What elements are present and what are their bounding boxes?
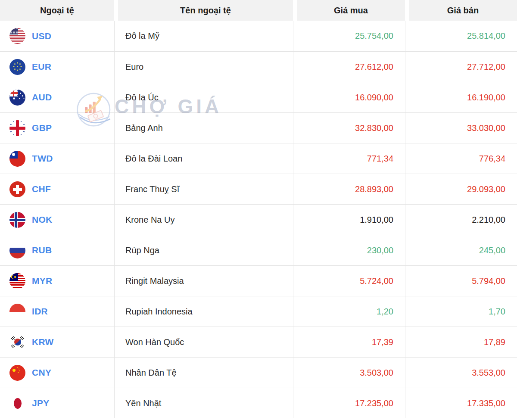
currency-code-cell: RUB (0, 235, 114, 265)
eur-flag-icon (9, 59, 25, 75)
currency-code-cell: USD (0, 21, 114, 51)
exchange-rate-screen: Ngoại tệ Tên ngoại tệ Giá mua Giá bán US… (0, 0, 517, 420)
currency-code-cell: CNY (0, 357, 114, 388)
sell-price: 17.335,00 (405, 388, 517, 418)
table-row: MYR Ringit Malaysia 5.724,00 5.794,00 (0, 265, 517, 296)
sell-price: 776,34 (405, 143, 517, 174)
currency-name: Franc Thuỵ Sĩ (114, 174, 293, 204)
currency-code-link[interactable]: NOK (32, 215, 53, 225)
nok-flag-icon (9, 212, 25, 228)
twd-flag-icon (9, 151, 25, 167)
currency-name: Euro (114, 51, 293, 82)
exchange-rate-table: Ngoại tệ Tên ngoại tệ Giá mua Giá bán US… (0, 0, 517, 418)
col-header-currency: Ngoại tệ (0, 0, 114, 21)
currency-name: Rúp Nga (114, 235, 293, 265)
krw-flag-icon (9, 334, 25, 350)
table-row: GBP Bảng Anh 32.830,00 33.030,00 (0, 112, 517, 143)
table-row: CHF Franc Thuỵ Sĩ 28.893,00 29.093,00 (0, 174, 517, 204)
currency-code-link[interactable]: AUD (32, 92, 52, 103)
col-header-buy-price: Giá mua (293, 0, 405, 21)
buy-price: 1.910,00 (293, 204, 405, 235)
table-row: EUR Euro 27.612,00 27.712,00 (0, 51, 517, 82)
currency-code-link[interactable]: USD (32, 31, 51, 41)
sell-price: 33.030,00 (405, 112, 517, 143)
jpy-flag-icon (9, 395, 25, 411)
table-row: RUB Rúp Nga 230,00 245,00 (0, 235, 517, 265)
currency-name: Yên Nhật (114, 388, 293, 418)
currency-code-link[interactable]: IDR (32, 306, 48, 317)
sell-price: 29.093,00 (405, 174, 517, 204)
buy-price: 32.830,00 (293, 112, 405, 143)
currency-code-cell: NOK (0, 204, 114, 235)
table-row: IDR Rupiah Indonesia 1,20 1,70 (0, 296, 517, 327)
buy-price: 28.893,00 (293, 174, 405, 204)
sell-price: 5.794,00 (405, 265, 517, 296)
currency-code-link[interactable]: RUB (32, 245, 52, 255)
currency-code-cell: IDR (0, 296, 114, 327)
table-row: AUD Đô la Úc 16.090,00 16.190,00 (0, 82, 517, 112)
currency-code-cell: TWD (0, 143, 114, 174)
table-row: KRW Won Hàn Quốc 17,39 17,89 (0, 327, 517, 357)
gbp-flag-icon (9, 120, 25, 136)
currency-code-cell: KRW (0, 327, 114, 357)
currency-name: Krone Na Uy (114, 204, 293, 235)
sell-price: 1,70 (405, 296, 517, 327)
sell-price: 245,00 (405, 235, 517, 265)
currency-code-link[interactable]: TWD (32, 153, 53, 164)
currency-name: Đô la Đài Loan (114, 143, 293, 174)
buy-price: 771,34 (293, 143, 405, 174)
currency-code-link[interactable]: GBP (32, 123, 52, 133)
rate-rows: USD Đô la Mỹ 25.754,00 25.814,00 EUR Eur… (0, 21, 517, 418)
sell-price: 27.712,00 (405, 51, 517, 82)
currency-code-cell: CHF (0, 174, 114, 204)
col-header-sell-price: Giá bán (405, 0, 517, 21)
currency-code-cell: JPY (0, 388, 114, 418)
buy-price: 25.754,00 (293, 21, 405, 51)
currency-code-link[interactable]: CNY (32, 367, 51, 378)
table-row: TWD Đô la Đài Loan 771,34 776,34 (0, 143, 517, 174)
buy-price: 1,20 (293, 296, 405, 327)
cny-flag-icon (9, 365, 25, 381)
myr-flag-icon (9, 273, 25, 289)
aud-flag-icon (9, 90, 25, 106)
buy-price: 17,39 (293, 327, 405, 357)
table-header-row: Ngoại tệ Tên ngoại tệ Giá mua Giá bán (0, 0, 517, 21)
sell-price: 16.190,00 (405, 82, 517, 112)
currency-code-cell: MYR (0, 265, 114, 296)
currency-name: Won Hàn Quốc (114, 327, 293, 357)
currency-code-cell: EUR (0, 51, 114, 82)
buy-price: 3.503,00 (293, 357, 405, 388)
table-row: NOK Krone Na Uy 1.910,00 2.210,00 (0, 204, 517, 235)
currency-name: Đô la Mỹ (114, 21, 293, 51)
currency-name: Rupiah Indonesia (114, 296, 293, 327)
buy-price: 230,00 (293, 235, 405, 265)
buy-price: 17.235,00 (293, 388, 405, 418)
currency-code-link[interactable]: KRW (32, 337, 54, 347)
buy-price: 27.612,00 (293, 51, 405, 82)
sell-price: 3.553,00 (405, 357, 517, 388)
table-row: CNY Nhân Dân Tệ 3.503,00 3.553,00 (0, 357, 517, 388)
currency-name: Đô la Úc (114, 82, 293, 112)
usd-flag-icon (9, 28, 25, 44)
currency-code-cell: AUD (0, 82, 114, 112)
rub-flag-icon (9, 243, 25, 258)
currency-name: Nhân Dân Tệ (114, 357, 293, 388)
buy-price: 16.090,00 (293, 82, 405, 112)
col-header-currency-name: Tên ngoại tệ (114, 0, 293, 21)
currency-code-cell: GBP (0, 112, 114, 143)
table-row: JPY Yên Nhật 17.235,00 17.335,00 (0, 388, 517, 418)
currency-code-link[interactable]: JPY (32, 398, 50, 408)
chf-flag-icon (9, 181, 25, 197)
sell-price: 2.210,00 (405, 204, 517, 235)
buy-price: 5.724,00 (293, 265, 405, 296)
sell-price: 25.814,00 (405, 21, 517, 51)
currency-name: Bảng Anh (114, 112, 293, 143)
currency-code-link[interactable]: MYR (32, 276, 53, 286)
table-row: USD Đô la Mỹ 25.754,00 25.814,00 (0, 21, 517, 51)
currency-code-link[interactable]: CHF (32, 184, 51, 194)
currency-code-link[interactable]: EUR (32, 62, 51, 72)
idr-flag-icon (9, 304, 25, 320)
currency-name: Ringit Malaysia (114, 265, 293, 296)
sell-price: 17,89 (405, 327, 517, 357)
